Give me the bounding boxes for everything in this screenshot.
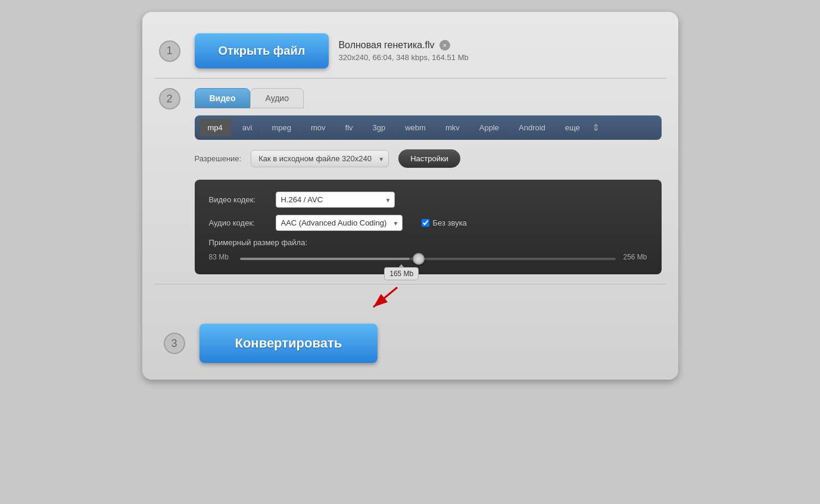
file-size-label: Примерный размер файла:: [209, 238, 647, 247]
file-size-section: Примерный размер файла: 83 Mb 165 Mb 256…: [209, 238, 647, 262]
format-avi[interactable]: avi: [234, 119, 261, 136]
divider-5: [363, 122, 363, 134]
divider-6: [395, 122, 395, 134]
step-1-number: 1: [159, 40, 180, 62]
step-3-number: 3: [164, 333, 185, 354]
divider-7: [435, 122, 436, 134]
file-meta: 320x240, 66:04, 348 kbps, 164.51 Mb: [338, 53, 468, 62]
divider-4: [335, 122, 336, 134]
file-size-slider[interactable]: [240, 258, 616, 260]
audio-codec-select[interactable]: AAC (Advanced Audio Coding): [276, 215, 403, 231]
video-codec-row: Видео кодек: H.264 / AVC: [209, 192, 647, 208]
settings-button[interactable]: Настройки: [398, 149, 460, 168]
format-bar: mp4 avi mpeg mov flv 3gp webm mkv Apple …: [195, 115, 662, 140]
format-android[interactable]: Android: [510, 119, 554, 136]
divider-8: [469, 122, 470, 134]
section-1: 1 Открыть файл Волновая генетика.flv × 3…: [154, 24, 666, 79]
audio-codec-wrapper: AAC (Advanced Audio Coding): [276, 215, 403, 231]
resolution-row: Разрешение: Как в исходном файле 320x240…: [195, 147, 662, 170]
divider-3: [301, 122, 301, 134]
open-file-button[interactable]: Открыть файл: [195, 33, 329, 68]
format-3gp[interactable]: 3gp: [364, 119, 394, 136]
resolution-select[interactable]: Как в исходном файле 320x240: [251, 150, 389, 167]
codec-settings-panel: Видео кодек: H.264 / AVC Аудио кодек: AA…: [195, 180, 662, 274]
video-codec-label: Видео кодек:: [209, 195, 269, 204]
step-2-number: 2: [159, 88, 180, 109]
section-3: 3 Конвертировать: [159, 314, 662, 368]
divider-2: [261, 122, 262, 134]
format-apple[interactable]: Apple: [471, 119, 507, 136]
slider-min-label: 83 Mb: [209, 253, 233, 261]
slider-wrapper: 165 Mb: [240, 252, 616, 262]
slider-max-label: 256 Mb: [623, 253, 647, 261]
convert-button[interactable]: Конвертировать: [199, 324, 378, 363]
divider-9: [509, 122, 509, 134]
format-mov[interactable]: mov: [303, 119, 334, 136]
red-arrow-graphic: [361, 284, 409, 311]
arrow-container: [159, 284, 662, 314]
mute-checkbox[interactable]: [422, 219, 429, 227]
tab-audio[interactable]: Аудио: [250, 88, 304, 108]
mute-label[interactable]: Без звука: [433, 218, 467, 227]
resolution-wrapper: Как в исходном файле 320x240: [251, 150, 389, 167]
divider-1: [232, 122, 233, 134]
mute-row: Без звука: [422, 218, 467, 227]
format-mp4[interactable]: mp4: [199, 119, 231, 136]
resolution-label: Разрешение:: [195, 154, 242, 163]
file-info: Волновая генетика.flv × 320x240, 66:04, …: [338, 40, 468, 62]
section-2: 2 Видео Аудио mp4 avi mpeg mov flv 3gp: [154, 79, 666, 284]
close-file-button[interactable]: ×: [439, 40, 450, 51]
video-codec-wrapper: H.264 / AVC: [276, 192, 395, 208]
file-name-row: Волновая генетика.flv ×: [338, 40, 468, 51]
format-flv[interactable]: flv: [337, 119, 361, 136]
format-mpeg[interactable]: mpeg: [263, 119, 300, 136]
section-2-content: Видео Аудио mp4 avi mpeg mov flv 3gp web…: [195, 88, 662, 274]
format-webm[interactable]: webm: [397, 119, 434, 136]
slider-tooltip: 165 Mb: [384, 267, 419, 280]
audio-codec-row: Аудио кодек: AAC (Advanced Audio Coding)…: [209, 215, 647, 231]
format-more[interactable]: еще: [557, 119, 588, 136]
tab-video[interactable]: Видео: [195, 88, 251, 108]
section-1-content: Открыть файл Волновая генетика.flv × 320…: [195, 33, 662, 68]
format-mkv[interactable]: mkv: [437, 119, 468, 136]
divider-10: [555, 122, 556, 134]
more-arrow-icon: ⇕: [592, 122, 600, 133]
svg-line-1: [373, 287, 397, 307]
video-codec-select[interactable]: H.264 / AVC: [276, 192, 395, 208]
app-container: 1 Открыть файл Волновая генетика.flv × 3…: [142, 12, 678, 380]
format-type-tabs: Видео Аудио: [195, 88, 662, 108]
file-name: Волновая генетика.flv: [338, 40, 434, 51]
slider-row: 83 Mb 165 Mb 256 Mb: [209, 252, 647, 262]
section-3-wrapper: 3 Конвертировать: [154, 284, 666, 368]
audio-codec-label: Аудио кодек:: [209, 218, 269, 227]
